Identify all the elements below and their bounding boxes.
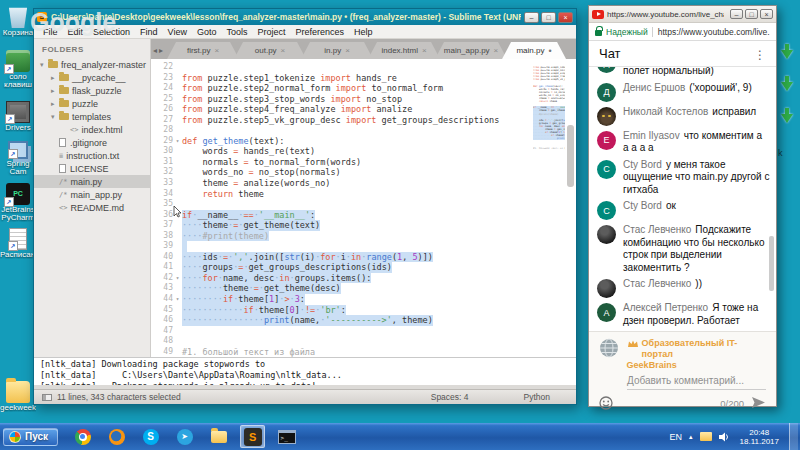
code-line[interactable]: 23from puzzle.step1_tokenize import hand…	[151, 73, 533, 84]
language-indicator[interactable]: EN	[670, 432, 683, 442]
taskbar-app-sublime[interactable]: S	[240, 425, 265, 448]
url-text[interactable]: https://www.youtube.com/live...	[652, 27, 770, 37]
tab-main_app.py[interactable]: main_app.py×	[435, 42, 507, 59]
code-line[interactable]: 27from puzzle.step5_vk_group_desc import…	[151, 115, 533, 126]
close-icon[interactable]: ×	[760, 9, 773, 19]
tab-close-icon[interactable]: ×	[422, 46, 427, 55]
tab-nav-right-icon[interactable]: ▸	[159, 46, 163, 55]
maximize-icon[interactable]: □	[745, 9, 758, 19]
code-line[interactable]: 45············if·theme[0]·!=·'br':	[151, 305, 533, 316]
indent-setting[interactable]: Spaces: 4	[431, 392, 469, 402]
chat-scrollbar[interactable]	[769, 236, 774, 291]
code-line[interactable]: 31 normals = to_normal_form(words)	[151, 157, 533, 168]
menu-item-view[interactable]: View	[163, 27, 192, 37]
editor-scrollbar[interactable]	[565, 59, 576, 357]
code-line[interactable]: 47	[151, 326, 533, 337]
sidebar-item-README.md[interactable]: <>README.md	[34, 201, 150, 214]
tab-close-icon[interactable]: ×	[281, 46, 286, 55]
sidebar-item-.gitignore[interactable]: .gitignore	[34, 136, 150, 149]
code-line[interactable]: 48	[151, 336, 533, 347]
address-bar[interactable]: Надежный https://www.youtube.com/live...	[589, 23, 776, 41]
code-line[interactable]: 35	[151, 199, 533, 210]
menu-item-preferences[interactable]: Preferences	[290, 27, 349, 37]
code-line[interactable]: 40····ids·=·','.join([str(i)·for·i·in·ra…	[151, 252, 533, 263]
tray-folder-icon[interactable]	[700, 432, 712, 441]
speaker-icon[interactable]	[719, 432, 730, 442]
sidebar-item-freq_analyzer-master[interactable]: ▾freq_analyzer-master	[34, 58, 150, 71]
code-line[interactable]: 42▾····for·name, desc·in·groups.items():	[151, 273, 533, 284]
minimize-icon[interactable]: –	[524, 12, 539, 23]
sidebar-item-templates[interactable]: ▾templates	[34, 110, 150, 123]
desktop-icon-folder[interactable]: geekweek	[0, 381, 36, 412]
sidebar-item-instruction.txt[interactable]: ≣instruction.txt	[34, 149, 150, 162]
scrollbar-thumb[interactable]	[567, 125, 574, 187]
taskbar-app-telegram[interactable]: ➤	[172, 425, 197, 448]
start-button[interactable]: Пуск	[3, 428, 58, 446]
code-line[interactable]: 34 return theme	[151, 189, 533, 200]
sidebar-item-index.html[interactable]: <>index.html	[34, 123, 150, 136]
code-line[interactable]: 32 words_no = no_stop(normals)	[151, 167, 533, 178]
clock[interactable]: 20:48 18.11.2017	[737, 428, 782, 446]
tab-main.py[interactable]: main.py•	[502, 42, 566, 59]
desktop-icon-pycharm[interactable]: PCJetBrains PyCharm	[0, 183, 36, 222]
taskbar-app-firefox[interactable]	[104, 425, 129, 448]
minimize-icon[interactable]: –	[730, 9, 743, 19]
send-icon[interactable]	[752, 397, 766, 409]
desktop-icon-spring-cam[interactable]: Spring Cam	[0, 141, 36, 176]
chat-menu-icon[interactable]	[754, 45, 766, 63]
sidebar-item-__pycache__[interactable]: ▸__pycache__	[34, 71, 150, 84]
chat-messages[interactable]: этогоНиколай КостеловTypeError: must be …	[589, 67, 776, 331]
code-line[interactable]: 25from puzzle.step3_stop_words import no…	[151, 94, 533, 105]
panel-toggle-icon[interactable]	[42, 394, 52, 401]
hidden-icons-arrow[interactable]: ▴	[689, 433, 693, 441]
taskbar-app-cmd[interactable]: >_	[274, 425, 299, 448]
tab-close-icon[interactable]: ×	[345, 46, 350, 55]
taskbar-app-explorer[interactable]	[206, 425, 231, 448]
minimap[interactable]: from puzzle.step1_tokenize import hands_…	[533, 59, 565, 357]
green-arrow-icon[interactable]	[780, 44, 794, 60]
code-line[interactable]: 41····groups·=·get_groups_descriptions(i…	[151, 262, 533, 273]
tab-first.py[interactable]: first.py×	[167, 42, 239, 59]
menu-item-find[interactable]: Find	[135, 27, 163, 37]
code-line[interactable]: 33 theme = analize(words_no)	[151, 178, 533, 189]
code-line[interactable]: 43········theme·=·get_theme(desc)	[151, 283, 533, 294]
fold-arrow-icon[interactable]: ▾	[173, 294, 182, 305]
menu-item-help[interactable]: Help	[349, 27, 378, 37]
emoji-icon[interactable]	[599, 396, 613, 410]
code-line[interactable]: 38····#print(theme)	[151, 231, 533, 242]
tab-close-icon[interactable]: ×	[214, 46, 219, 55]
close-icon[interactable]: ×	[558, 12, 573, 23]
code-line[interactable]: 30 words = hands_re(text)	[151, 146, 533, 157]
code-editor[interactable]: 2223from puzzle.step1_tokenize import ha…	[151, 59, 576, 357]
sidebar-item-flask_puzzle[interactable]: ▸flask_puzzle	[34, 84, 150, 97]
sidebar-item-puzzle[interactable]: ▸puzzle	[34, 97, 150, 110]
fold-arrow-icon[interactable]: ▾	[173, 273, 182, 284]
code-line[interactable]: 37····theme·=·get_theme(text)	[151, 220, 533, 231]
code-line[interactable]: 44▾········if·theme[1]·>·3:	[151, 294, 533, 305]
code-line[interactable]: 29▾def get_theme(text):	[151, 136, 533, 147]
comment-input[interactable]: Добавить комментарий...	[627, 375, 766, 390]
code-line[interactable]: 26from puzzle.step4_freq_analyze import …	[151, 104, 533, 115]
tab-in.py[interactable]: in.py×	[301, 42, 373, 59]
tab-index.html[interactable]: index.html×	[368, 42, 440, 59]
tab-out.py[interactable]: out.py×	[234, 42, 306, 59]
code-line[interactable]: 49#1. большой текст из файла	[151, 347, 533, 357]
green-arrow-icon[interactable]	[780, 108, 794, 124]
desktop-icon-notes[interactable]: Расписание	[0, 228, 36, 259]
code-line[interactable]: 46················print(name,·'---------…	[151, 315, 533, 326]
taskbar-app-skype[interactable]: S	[138, 425, 163, 448]
code-lines[interactable]: 2223from puzzle.step1_tokenize import ha…	[151, 59, 533, 357]
code-line[interactable]: 28	[151, 125, 533, 136]
maximize-icon[interactable]: □	[541, 12, 556, 23]
taskbar-app-chrome[interactable]	[70, 425, 95, 448]
menu-item-project[interactable]: Project	[252, 27, 290, 37]
syntax-setting[interactable]: Python	[524, 392, 550, 402]
code-line[interactable]: 24from puzzle.step2_normal_form import t…	[151, 83, 533, 94]
show-desktop-button[interactable]	[789, 423, 798, 450]
code-line[interactable]: 39	[151, 241, 533, 252]
menu-item-goto[interactable]: Goto	[192, 27, 222, 37]
desktop-icon-recycle-bin[interactable]: Корзина	[0, 6, 36, 37]
desktop-icon-drivers[interactable]: Drivers	[0, 101, 36, 132]
sidebar-item-LICENSE[interactable]: LICENSE	[34, 162, 150, 175]
code-line[interactable]: 22	[151, 62, 533, 73]
